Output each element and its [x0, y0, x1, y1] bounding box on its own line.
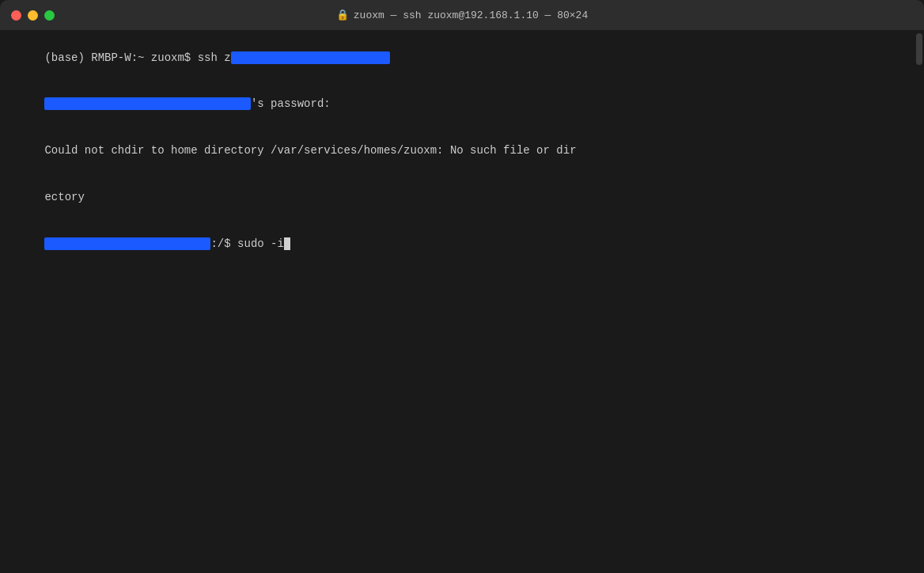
traffic-lights [11, 10, 55, 21]
line1-redacted: uoxm@192.168.1.10 [231, 51, 391, 64]
terminal-window: 🔒 zuoxm — ssh zuoxm@192.168.1.10 — 80×24… [0, 0, 924, 573]
line2-redacted: zuoxm@192.168.1. [44, 97, 250, 110]
close-button[interactable] [11, 10, 21, 21]
terminal-body[interactable]: (base) RMBP-W:~ zuoxm$ ssh zuoxm@192.168… [0, 30, 924, 573]
title-bar: 🔒 zuoxm — ssh zuoxm@192.168.1.10 — 80×24 [0, 0, 924, 30]
terminal-line-1: (base) RMBP-W:~ zuoxm$ ssh zuoxm@192.168… [3, 35, 921, 82]
title-bar-center: 🔒 zuoxm — ssh zuoxm@192.168.1.10 — 80×24 [336, 9, 588, 21]
terminal-line-3: Could not chdir to home directory /var/s… [3, 128, 921, 175]
terminal-line-5: zuoxm@NAS-DSM-2 :/$ sudo -i [3, 221, 921, 268]
line1-text: (base) RMBP-W:~ zuoxm$ ssh z [44, 51, 230, 64]
line2-password: 's password: [251, 97, 331, 110]
line4-text: ectory [44, 191, 84, 203]
scrollbar[interactable] [916, 33, 922, 65]
maximize-button[interactable] [44, 10, 55, 21]
lock-icon: 🔒 [336, 9, 349, 21]
terminal-line-4: ectory [3, 174, 921, 221]
terminal-cursor [284, 237, 290, 250]
line3-text: Could not chdir to home directory /var/s… [44, 144, 576, 157]
line5-path-redacted: zuoxm@NAS-DSM-2 [44, 237, 210, 250]
terminal-line-2: zuoxm@192.168.1. 's password: [3, 82, 921, 128]
window-title: zuoxm — ssh zuoxm@192.168.1.10 — 80×24 [354, 9, 588, 21]
minimize-button[interactable] [28, 10, 38, 21]
line5-prompt: :/$ sudo -i [210, 237, 283, 250]
